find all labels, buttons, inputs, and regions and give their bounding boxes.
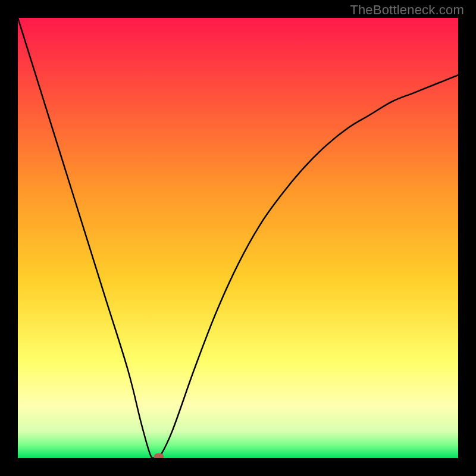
plot-area	[18, 18, 458, 458]
minimum-marker	[154, 453, 164, 458]
watermark-text: TheBottleneck.com	[350, 2, 464, 18]
curve-path	[18, 18, 458, 458]
chart-frame: TheBottleneck.com	[0, 0, 476, 476]
bottleneck-curve	[18, 18, 458, 458]
